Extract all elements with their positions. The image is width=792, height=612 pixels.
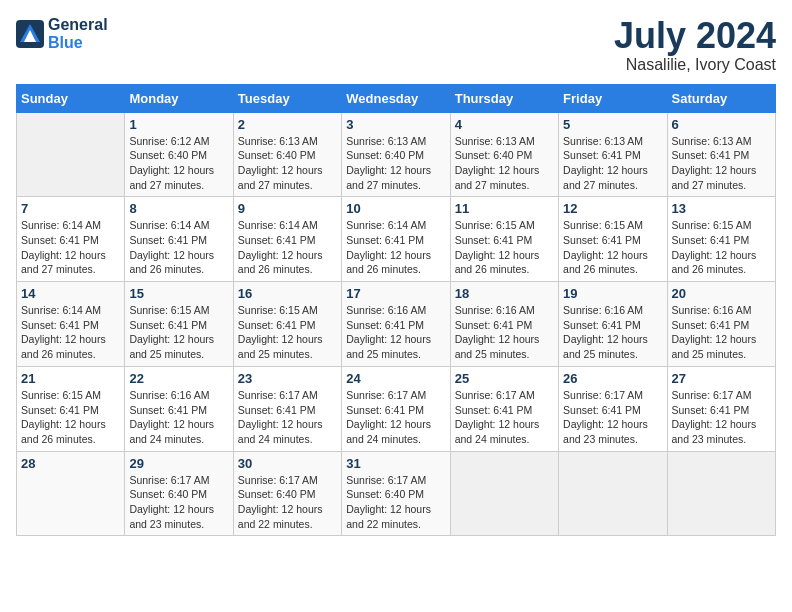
calendar-cell: 4Sunrise: 6:13 AM Sunset: 6:40 PM Daylig… — [450, 112, 558, 197]
calendar-cell: 27Sunrise: 6:17 AM Sunset: 6:41 PM Dayli… — [667, 366, 775, 451]
day-number: 23 — [238, 371, 337, 386]
logo-icon — [16, 20, 44, 48]
day-number: 27 — [672, 371, 771, 386]
day-number: 26 — [563, 371, 662, 386]
day-detail: Sunrise: 6:16 AM Sunset: 6:41 PM Dayligh… — [455, 303, 554, 362]
day-detail: Sunrise: 6:17 AM Sunset: 6:40 PM Dayligh… — [346, 473, 445, 532]
day-number: 8 — [129, 201, 228, 216]
calendar-cell: 26Sunrise: 6:17 AM Sunset: 6:41 PM Dayli… — [559, 366, 667, 451]
day-number: 13 — [672, 201, 771, 216]
day-number: 30 — [238, 456, 337, 471]
calendar-cell: 6Sunrise: 6:13 AM Sunset: 6:41 PM Daylig… — [667, 112, 775, 197]
day-number: 11 — [455, 201, 554, 216]
calendar-cell: 21Sunrise: 6:15 AM Sunset: 6:41 PM Dayli… — [17, 366, 125, 451]
day-detail: Sunrise: 6:17 AM Sunset: 6:41 PM Dayligh… — [455, 388, 554, 447]
day-number: 10 — [346, 201, 445, 216]
calendar-cell: 1Sunrise: 6:12 AM Sunset: 6:40 PM Daylig… — [125, 112, 233, 197]
calendar-cell: 22Sunrise: 6:16 AM Sunset: 6:41 PM Dayli… — [125, 366, 233, 451]
month-year: July 2024 — [614, 16, 776, 56]
calendar-cell: 2Sunrise: 6:13 AM Sunset: 6:40 PM Daylig… — [233, 112, 341, 197]
logo-blue: Blue — [48, 34, 108, 52]
calendar-cell: 11Sunrise: 6:15 AM Sunset: 6:41 PM Dayli… — [450, 197, 558, 282]
calendar-cell: 8Sunrise: 6:14 AM Sunset: 6:41 PM Daylig… — [125, 197, 233, 282]
col-thursday: Thursday — [450, 84, 558, 112]
day-number: 28 — [21, 456, 120, 471]
day-number: 12 — [563, 201, 662, 216]
day-number: 7 — [21, 201, 120, 216]
calendar-week-row: 1Sunrise: 6:12 AM Sunset: 6:40 PM Daylig… — [17, 112, 776, 197]
calendar-cell: 28 — [17, 451, 125, 536]
calendar-cell: 9Sunrise: 6:14 AM Sunset: 6:41 PM Daylig… — [233, 197, 341, 282]
calendar-week-row: 14Sunrise: 6:14 AM Sunset: 6:41 PM Dayli… — [17, 282, 776, 367]
calendar-cell: 19Sunrise: 6:16 AM Sunset: 6:41 PM Dayli… — [559, 282, 667, 367]
calendar-cell — [17, 112, 125, 197]
day-detail: Sunrise: 6:12 AM Sunset: 6:40 PM Dayligh… — [129, 134, 228, 193]
day-detail: Sunrise: 6:13 AM Sunset: 6:40 PM Dayligh… — [238, 134, 337, 193]
calendar-cell: 18Sunrise: 6:16 AM Sunset: 6:41 PM Dayli… — [450, 282, 558, 367]
day-detail: Sunrise: 6:17 AM Sunset: 6:41 PM Dayligh… — [238, 388, 337, 447]
day-detail: Sunrise: 6:14 AM Sunset: 6:41 PM Dayligh… — [129, 218, 228, 277]
col-sunday: Sunday — [17, 84, 125, 112]
day-detail: Sunrise: 6:14 AM Sunset: 6:41 PM Dayligh… — [21, 303, 120, 362]
day-number: 4 — [455, 117, 554, 132]
col-wednesday: Wednesday — [342, 84, 450, 112]
logo-general: General — [48, 16, 108, 34]
day-detail: Sunrise: 6:13 AM Sunset: 6:40 PM Dayligh… — [455, 134, 554, 193]
day-number: 22 — [129, 371, 228, 386]
calendar-cell: 13Sunrise: 6:15 AM Sunset: 6:41 PM Dayli… — [667, 197, 775, 282]
day-number: 24 — [346, 371, 445, 386]
calendar-cell: 23Sunrise: 6:17 AM Sunset: 6:41 PM Dayli… — [233, 366, 341, 451]
calendar-cell: 29Sunrise: 6:17 AM Sunset: 6:40 PM Dayli… — [125, 451, 233, 536]
calendar-cell: 5Sunrise: 6:13 AM Sunset: 6:41 PM Daylig… — [559, 112, 667, 197]
calendar-week-row: 7Sunrise: 6:14 AM Sunset: 6:41 PM Daylig… — [17, 197, 776, 282]
day-detail: Sunrise: 6:16 AM Sunset: 6:41 PM Dayligh… — [672, 303, 771, 362]
day-detail: Sunrise: 6:17 AM Sunset: 6:41 PM Dayligh… — [563, 388, 662, 447]
calendar-cell: 3Sunrise: 6:13 AM Sunset: 6:40 PM Daylig… — [342, 112, 450, 197]
calendar-header-row: Sunday Monday Tuesday Wednesday Thursday… — [17, 84, 776, 112]
day-detail: Sunrise: 6:13 AM Sunset: 6:41 PM Dayligh… — [672, 134, 771, 193]
calendar-cell — [450, 451, 558, 536]
day-number: 14 — [21, 286, 120, 301]
day-detail: Sunrise: 6:15 AM Sunset: 6:41 PM Dayligh… — [129, 303, 228, 362]
day-detail: Sunrise: 6:16 AM Sunset: 6:41 PM Dayligh… — [129, 388, 228, 447]
day-detail: Sunrise: 6:16 AM Sunset: 6:41 PM Dayligh… — [563, 303, 662, 362]
calendar-cell — [559, 451, 667, 536]
col-tuesday: Tuesday — [233, 84, 341, 112]
day-number: 29 — [129, 456, 228, 471]
day-detail: Sunrise: 6:14 AM Sunset: 6:41 PM Dayligh… — [238, 218, 337, 277]
day-number: 16 — [238, 286, 337, 301]
calendar-table: Sunday Monday Tuesday Wednesday Thursday… — [16, 84, 776, 537]
calendar-cell: 10Sunrise: 6:14 AM Sunset: 6:41 PM Dayli… — [342, 197, 450, 282]
day-number: 20 — [672, 286, 771, 301]
calendar-cell: 20Sunrise: 6:16 AM Sunset: 6:41 PM Dayli… — [667, 282, 775, 367]
day-number: 18 — [455, 286, 554, 301]
calendar-cell: 16Sunrise: 6:15 AM Sunset: 6:41 PM Dayli… — [233, 282, 341, 367]
day-detail: Sunrise: 6:14 AM Sunset: 6:41 PM Dayligh… — [21, 218, 120, 277]
day-number: 1 — [129, 117, 228, 132]
day-number: 21 — [21, 371, 120, 386]
day-detail: Sunrise: 6:16 AM Sunset: 6:41 PM Dayligh… — [346, 303, 445, 362]
calendar-cell: 12Sunrise: 6:15 AM Sunset: 6:41 PM Dayli… — [559, 197, 667, 282]
calendar-week-row: 21Sunrise: 6:15 AM Sunset: 6:41 PM Dayli… — [17, 366, 776, 451]
calendar-cell: 7Sunrise: 6:14 AM Sunset: 6:41 PM Daylig… — [17, 197, 125, 282]
title-block: July 2024 Nasalilie, Ivory Coast — [614, 16, 776, 74]
calendar-cell: 24Sunrise: 6:17 AM Sunset: 6:41 PM Dayli… — [342, 366, 450, 451]
day-detail: Sunrise: 6:17 AM Sunset: 6:41 PM Dayligh… — [346, 388, 445, 447]
calendar-week-row: 2829Sunrise: 6:17 AM Sunset: 6:40 PM Day… — [17, 451, 776, 536]
calendar-cell: 25Sunrise: 6:17 AM Sunset: 6:41 PM Dayli… — [450, 366, 558, 451]
day-detail: Sunrise: 6:15 AM Sunset: 6:41 PM Dayligh… — [672, 218, 771, 277]
day-detail: Sunrise: 6:13 AM Sunset: 6:40 PM Dayligh… — [346, 134, 445, 193]
day-number: 17 — [346, 286, 445, 301]
day-detail: Sunrise: 6:15 AM Sunset: 6:41 PM Dayligh… — [21, 388, 120, 447]
logo: General Blue — [16, 16, 108, 51]
day-detail: Sunrise: 6:17 AM Sunset: 6:41 PM Dayligh… — [672, 388, 771, 447]
page-header: General Blue July 2024 Nasalilie, Ivory … — [16, 16, 776, 74]
calendar-cell: 14Sunrise: 6:14 AM Sunset: 6:41 PM Dayli… — [17, 282, 125, 367]
day-detail: Sunrise: 6:15 AM Sunset: 6:41 PM Dayligh… — [238, 303, 337, 362]
day-number: 6 — [672, 117, 771, 132]
day-number: 3 — [346, 117, 445, 132]
day-number: 25 — [455, 371, 554, 386]
calendar-cell: 17Sunrise: 6:16 AM Sunset: 6:41 PM Dayli… — [342, 282, 450, 367]
day-number: 19 — [563, 286, 662, 301]
day-number: 2 — [238, 117, 337, 132]
